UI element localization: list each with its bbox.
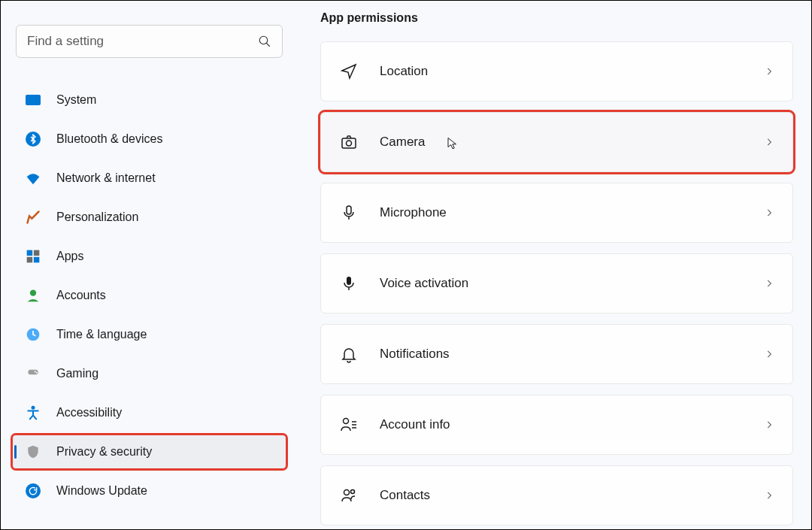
permission-accountinfo[interactable]: Account info <box>320 395 793 455</box>
chevron-right-icon <box>764 490 774 501</box>
notifications-icon <box>339 344 359 364</box>
sidebar-item-time[interactable]: Time & language <box>13 318 286 351</box>
svg-point-16 <box>344 419 349 424</box>
sidebar-item-bluetooth[interactable]: Bluetooth & devices <box>13 123 286 156</box>
sidebar-item-apps[interactable]: Apps <box>13 240 286 273</box>
app-permissions-title: App permissions <box>320 11 793 25</box>
permission-label: Contacts <box>380 488 764 503</box>
sidebar-item-label: Personalization <box>56 210 138 224</box>
svg-rect-14 <box>347 206 351 214</box>
svg-point-11 <box>32 406 35 410</box>
sidebar: Find a setting System Bluetooth & device… <box>1 1 298 529</box>
microphone-icon <box>339 203 359 223</box>
svg-point-13 <box>347 141 352 146</box>
permission-label: Camera <box>380 135 764 150</box>
permission-contacts[interactable]: Contacts <box>320 465 793 525</box>
permission-label: Microphone <box>380 205 764 220</box>
system-icon <box>25 92 41 108</box>
chevron-right-icon <box>764 349 774 359</box>
svg-point-20 <box>344 490 350 495</box>
chevron-right-icon <box>764 419 774 430</box>
bluetooth-icon <box>25 131 41 147</box>
apps-icon <box>25 248 41 265</box>
accounts-icon <box>25 287 41 304</box>
personalization-icon <box>25 209 41 226</box>
location-icon <box>339 62 359 81</box>
network-icon <box>25 170 41 186</box>
chevron-right-icon <box>764 66 774 77</box>
sidebar-item-label: Gaming <box>56 367 98 380</box>
svg-rect-2 <box>27 250 33 256</box>
svg-point-6 <box>30 290 36 296</box>
shield-icon <box>25 444 41 460</box>
permission-microphone[interactable]: Microphone <box>320 183 793 243</box>
sidebar-item-label: Privacy & security <box>56 445 152 459</box>
update-icon <box>25 483 41 499</box>
sidebar-item-label: Time & language <box>56 328 147 341</box>
svg-rect-5 <box>34 257 40 263</box>
sidebar-item-accessibility[interactable]: Accessibility <box>13 396 286 429</box>
sidebar-item-label: Accounts <box>56 289 106 302</box>
svg-rect-3 <box>34 250 40 256</box>
permission-label: Account info <box>380 417 764 432</box>
sidebar-item-accounts[interactable]: Accounts <box>13 279 286 312</box>
svg-point-10 <box>36 372 38 374</box>
svg-rect-15 <box>347 277 351 285</box>
svg-point-0 <box>259 36 268 44</box>
svg-point-21 <box>351 490 355 494</box>
sidebar-nav: System Bluetooth & devices Network & int… <box>8 83 290 507</box>
sidebar-item-network[interactable]: Network & internet <box>13 162 286 195</box>
permissions-list: Location Camera Microphone Voice activat… <box>320 41 793 525</box>
gaming-icon <box>25 365 41 382</box>
permission-notifications[interactable]: Notifications <box>320 324 793 384</box>
accessibility-icon <box>25 404 41 421</box>
svg-line-1 <box>266 43 270 47</box>
permission-label: Voice activation <box>380 276 764 291</box>
sidebar-item-label: Accessibility <box>56 406 122 419</box>
accountinfo-icon <box>339 415 359 435</box>
sidebar-item-label: Windows Update <box>56 484 147 498</box>
permission-camera[interactable]: Camera <box>320 112 793 172</box>
permission-label: Notifications <box>380 347 764 362</box>
chevron-right-icon <box>764 137 774 147</box>
permission-location[interactable]: Location <box>320 41 793 101</box>
sidebar-item-label: System <box>56 93 96 107</box>
camera-icon <box>339 132 359 152</box>
contacts-icon <box>339 486 359 505</box>
svg-rect-4 <box>27 257 33 263</box>
sidebar-item-gaming[interactable]: Gaming <box>13 357 286 390</box>
sidebar-item-label: Bluetooth & devices <box>56 132 162 146</box>
sidebar-item-label: Network & internet <box>56 171 156 185</box>
sidebar-item-system[interactable]: System <box>13 83 286 117</box>
search-placeholder: Find a setting <box>27 34 258 49</box>
sidebar-item-privacy[interactable]: Privacy & security <box>13 435 286 468</box>
chevron-right-icon <box>764 278 774 289</box>
sidebar-item-personalization[interactable]: Personalization <box>13 201 286 234</box>
search-input[interactable]: Find a setting <box>16 25 283 58</box>
svg-rect-12 <box>342 138 356 148</box>
permission-label: Location <box>380 64 764 79</box>
main-content: App permissions Location Camera Micropho… <box>298 1 811 529</box>
sidebar-item-label: Apps <box>56 250 83 263</box>
time-icon <box>25 326 41 343</box>
svg-point-9 <box>35 371 36 372</box>
voice-icon <box>339 274 359 293</box>
sidebar-item-update[interactable]: Windows Update <box>13 474 286 507</box>
chevron-right-icon <box>764 207 774 218</box>
permission-voice[interactable]: Voice activation <box>320 253 793 313</box>
search-icon <box>258 35 271 48</box>
